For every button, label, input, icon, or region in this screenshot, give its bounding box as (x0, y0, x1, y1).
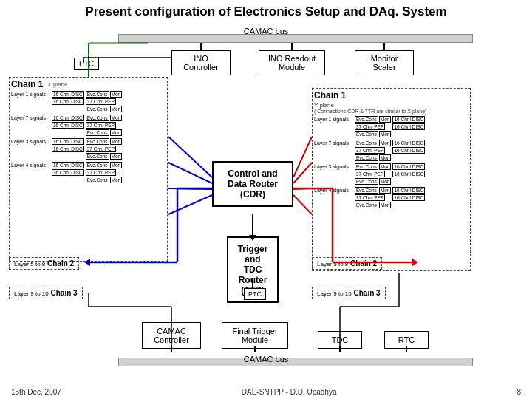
layer3-left-label: Layer 3 signals (11, 138, 52, 145)
chain3-left-label: Chain 3 (50, 289, 77, 297)
layer1-right-evc-col: Evc.Cons Mon 37 Chnl PEP Evc.Cons Mon (355, 116, 391, 137)
layer3-disc2: 16 Chnl DISC (52, 146, 84, 152)
svg-line-5 (168, 188, 212, 189)
layer4-disc-col: 16 Chnl DISC 16 Chnl DISC (52, 162, 84, 176)
ino-controller-line1: INO (180, 54, 222, 63)
chain2-left-box: Layer 5 to 8 Chain 2 (9, 257, 79, 270)
ttr-line1: Trigger (236, 244, 270, 254)
layer7-evc2: Evc.Cons (86, 129, 109, 136)
svg-line-9 (293, 188, 312, 189)
layer7-disc1: 16 Chnl DISC (52, 115, 84, 121)
layer7-left-block: Layer 7 signals 16 Chnl DISC 16 Chnl DIS… (11, 115, 166, 136)
layer3-mon2: Mon (110, 153, 123, 160)
camac-controller-box: CAMAC Controller (142, 322, 201, 349)
layer4-left-block: Layer 4 signals 16 Chnl DISC 16 Chnl DIS… (11, 162, 166, 183)
yplane-label: Y plane (314, 102, 334, 109)
layer4-disc1: 16 Chnl DISC (52, 162, 84, 168)
chain1-right-label: Chain 1 (314, 90, 346, 100)
camac-controller-line2: Controller (149, 335, 194, 344)
layer7-mon2: Mon (110, 129, 123, 136)
layer3-evc2: Evc.Cons (86, 153, 109, 160)
chain2-right-box: Layer 5 to 8 Chain 2 (312, 257, 382, 270)
svg-line-4 (168, 163, 212, 183)
layer1-evc-col: Evc.Cons Mon 37 Chnl PEP Evc.Cons Mon (86, 91, 122, 112)
layer3-evc1: Evc.Cons (86, 138, 109, 145)
layer4-pep: 37 Chnl PEP (86, 169, 116, 176)
chain1-right-box: Chain 1 Y plane ( Connections CDR & TTR … (312, 88, 471, 271)
chain3-right-box: Layer 9 to 10 Chain 3 (312, 287, 386, 299)
svg-line-6 (168, 195, 212, 214)
svg-line-3 (168, 137, 212, 177)
svg-line-7 (293, 137, 312, 177)
footer-center-text: DAE-SNTPP - D.D. Upadhya (242, 388, 337, 396)
monitor-scaler-box: Monitor Scaler (355, 50, 414, 75)
ttr-line3: TDC (236, 265, 270, 275)
cdr-line3: (CDR) (221, 189, 284, 200)
final-trigger-box: Final Trigger Module (222, 322, 288, 349)
chain3-right-label: Chain 3 (353, 289, 380, 297)
chain2-right-label: Chain 2 (350, 259, 377, 267)
ino-readout-line1: INO Readout (267, 54, 317, 63)
camac-bus-bottom-label: CAMAC bus (0, 355, 532, 364)
layer3-disc1: 16 Chnl DISC (52, 138, 84, 145)
ino-readout-line2: Module (267, 63, 317, 72)
layer3-right-label: Layer 3 signals (314, 163, 355, 170)
layer4-evc2: Evc.Cons (86, 177, 109, 183)
camac-controller-line1: CAMAC (149, 327, 194, 335)
layer7-disc2: 16 Chnl DISC (52, 122, 84, 129)
layer3-pep: 37 Chnl PEP (86, 146, 116, 152)
footer: 15th Dec, 2007 DAE-SNTPP - D.D. Upadhya … (0, 388, 532, 396)
cdr-line2: Data Router (221, 179, 284, 189)
layer4-mon1: Mon (110, 162, 123, 168)
layer7-right-label: Layer 7 signals (314, 140, 355, 146)
camac-bus-top-bar (118, 34, 473, 43)
layer7-evc-col: Evc.Cons Mon 37 Chnl PEP Evc.Cons Mon (86, 115, 122, 136)
layer3-left-block: Layer 3 signals 16 Chnl DISC 16 Chnl DIS… (11, 138, 166, 160)
layer1-disc1: 16 Chnl DISC (52, 91, 84, 98)
layer1-disc2: 16 Chnl DISC (52, 98, 84, 105)
layer4-right-label: Layer 4 signals (314, 187, 355, 194)
layer1-mon2: Mon (110, 106, 123, 112)
layer1-pep: 37 Chnl PEP (86, 98, 116, 105)
ptc-box: PTC (74, 58, 99, 70)
layer7-left-label: Layer 7 signals (11, 115, 52, 121)
diagram: Present configuration of Electronics Set… (0, 0, 532, 399)
page-title: Present configuration of Electronics Set… (0, 4, 532, 19)
ttr-line2: and (236, 254, 270, 265)
chain3-right-prefix: Layer 9 to 10 (317, 290, 352, 297)
chain1-left-label: Chain 1 (11, 79, 43, 89)
layer4-evc1: Evc.Cons (86, 162, 109, 168)
footer-date: 15th Dec, 2007 (11, 388, 61, 396)
layer1-mon1: Mon (110, 91, 123, 98)
xplane-label: X plane (47, 81, 67, 88)
chain2-left-label: Chain 2 (47, 259, 74, 267)
layer7-pep: 37 Chnl PEP (86, 122, 116, 129)
layer1-disc-col: 16 Chnl DISC 16 Chnl DISC (52, 91, 84, 105)
layer1-evc2: Evc.Cons (86, 106, 109, 112)
layer4-right-block: Layer 4 signals Evc.Cons Mon 37 Chnl PEP… (314, 187, 468, 208)
layer3-mon1: Mon (110, 138, 123, 145)
chain3-left-prefix: Layer 9 to 10 (14, 290, 49, 297)
ino-controller-line2: Controller (180, 63, 222, 72)
layer1-right-label: Layer 1 signals (314, 116, 355, 123)
ino-readout-box: INO Readout Module (259, 50, 325, 75)
layer3-disc-col: 16 Chnl DISC 16 Chnl DISC (52, 138, 84, 152)
ptc-small-box: PTC (244, 288, 266, 300)
layer7-disc-col: 16 Chnl DISC 16 Chnl DISC (52, 115, 84, 129)
layer7-evc1: Evc.Cons (86, 115, 109, 121)
final-trigger-line2: Module (228, 335, 282, 344)
ino-controller-box: INO Controller (171, 50, 231, 75)
tdc-box: TDC (318, 331, 362, 349)
monitor-scaler-line1: Monitor (363, 54, 406, 63)
yplane-note: Y plane ( Connections CDR & TTR are simi… (314, 102, 468, 114)
layer4-disc2: 16 Chnl DISC (52, 169, 84, 176)
layer1-left-label: Layer 1 signals (11, 91, 52, 98)
svg-line-8 (293, 163, 312, 183)
layer1-left-block: Layer 1 signals 16 Chnl DISC 16 Chnl DIS… (11, 91, 166, 112)
layer7-right-block: Layer 7 signals Evc.Cons Mon 37 Chnl PEP… (314, 140, 468, 161)
chain2-left-prefix: Layer 5 to 8 (14, 261, 45, 267)
chain1-left-box: Chain 1 X plane Layer 1 signals 16 Chnl … (9, 77, 168, 262)
layer1-evc1: Evc.Cons (86, 91, 109, 98)
rtc-box: RTC (384, 331, 429, 349)
layer4-mon2: Mon (110, 177, 123, 183)
